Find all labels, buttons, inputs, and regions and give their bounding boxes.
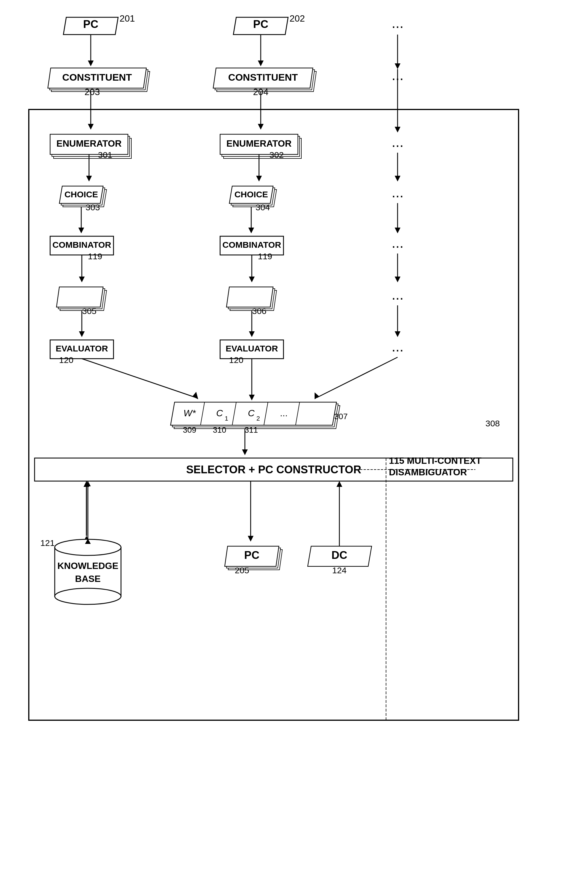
enumerator-301-node: ENUMERATOR 301 (50, 134, 131, 159)
pc-202-id: 202 (290, 13, 305, 24)
kb-label-2: BASE (75, 574, 101, 584)
enumerator-301-id: 301 (98, 150, 112, 159)
combinator-119-left-label: COMBINATOR (52, 240, 111, 249)
w-star-id: 309 (183, 426, 196, 434)
ellipsis-choice: ... (392, 185, 403, 201)
evaluator-120-left-label: EVALUATOR (56, 344, 108, 353)
dc-id: 124 (332, 566, 347, 575)
choice-304-label: CHOICE (235, 189, 268, 199)
enumerator-302-id: 302 (269, 150, 284, 159)
choice-304-id: 304 (256, 203, 270, 212)
pc-201-label: PC (83, 18, 98, 30)
box-id-308: 308 (485, 419, 500, 428)
diagram-container: PC 201 PC 202 ... CONSTITUENT 203 (0, 0, 588, 870)
svg-marker-56 (57, 287, 103, 307)
ellipsis-output-box: ... (280, 408, 288, 418)
c1-id: 310 (213, 426, 226, 434)
dc-label: DC (332, 549, 347, 561)
combinator-119-right-label: COMBINATOR (222, 240, 281, 249)
combinator-119-left-id: 119 (88, 252, 102, 261)
evaluator-120-left-id: 120 (59, 355, 73, 365)
enumerator-302-label: ENUMERATOR (226, 138, 292, 149)
constituent-203-id: 203 (85, 87, 100, 97)
c1-label: C (216, 408, 223, 418)
combinator-119-right-id: 119 (258, 252, 272, 261)
ellipsis-combinator: ... (392, 235, 403, 251)
ellipsis-evaluator: ... (392, 338, 403, 355)
choice-303-id: 303 (86, 203, 100, 212)
output-306-id: 306 (252, 306, 266, 316)
evaluator-120-right-label: EVALUATOR (226, 344, 278, 353)
constituent-203-label: CONSTITUENT (62, 72, 132, 83)
c2-subscript: 2 (256, 415, 260, 422)
svg-point-93 (55, 588, 121, 604)
ellipsis-top: ... (392, 15, 403, 31)
selector-label: SELECTOR + PC CONSTRUCTOR (186, 463, 361, 476)
c2-label: C (248, 408, 255, 418)
ellipsis-enumerator: ... (392, 134, 403, 150)
constituent-204-label: CONSTITUENT (228, 72, 298, 83)
disambiguator-label: DISAMBIGUATOR (389, 467, 467, 477)
disambiguator-id: 115 MULTI-CONTEXT (389, 456, 482, 466)
svg-marker-59 (226, 287, 273, 307)
kb-id: 121 (40, 538, 55, 548)
pc-201-id: 201 (119, 13, 135, 24)
svg-rect-0 (0, 0, 588, 870)
c2-id: 311 (244, 426, 258, 434)
evaluator-120-right-id: 120 (229, 355, 243, 365)
pc-202-label: PC (253, 18, 268, 30)
c1-subscript: 1 (225, 415, 228, 422)
pc-205-id: 205 (235, 566, 249, 575)
pc-205-label: PC (244, 549, 260, 561)
enumerator-301-label: ENUMERATOR (57, 138, 122, 149)
box-id-307: 307 (334, 412, 348, 421)
kb-label-1: KNOWLEDGE (57, 561, 118, 571)
ellipsis-output: ... (392, 287, 403, 303)
enumerator-302-node: ENUMERATOR 302 (220, 134, 301, 159)
diagram-svg: PC 201 PC 202 ... CONSTITUENT 203 (0, 0, 588, 870)
w-star-label: W* (183, 408, 196, 418)
choice-303-label: CHOICE (64, 189, 98, 199)
output-305-id: 305 (82, 306, 97, 316)
